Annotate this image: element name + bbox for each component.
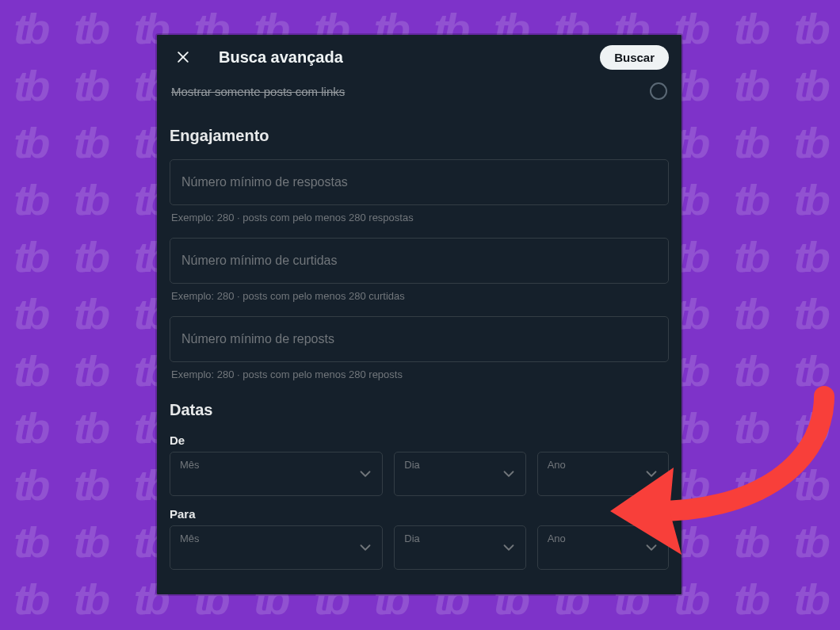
filter-show-links-label: Mostrar somente posts com links bbox=[171, 85, 345, 98]
chevron-down-icon bbox=[500, 539, 517, 556]
chevron-down-icon bbox=[500, 465, 517, 483]
from-year-select[interactable]: Ano bbox=[537, 452, 669, 496]
from-date-row: Mês Dia Ano bbox=[170, 452, 669, 496]
select-label: Mês bbox=[180, 533, 200, 544]
to-date-row: Mês Dia Ano bbox=[170, 525, 669, 570]
min-likes-input[interactable] bbox=[170, 238, 669, 284]
chevron-down-icon bbox=[357, 465, 374, 483]
from-label: De bbox=[170, 433, 669, 447]
filter-show-links-row[interactable]: Mostrar somente posts com links bbox=[170, 79, 669, 106]
close-icon bbox=[175, 49, 191, 65]
from-month-select[interactable]: Mês bbox=[170, 452, 383, 496]
select-label: Dia bbox=[404, 459, 420, 471]
min-replies-input[interactable] bbox=[170, 159, 669, 205]
search-button[interactable]: Buscar bbox=[600, 45, 669, 70]
select-label: Dia bbox=[404, 533, 420, 544]
select-label: Ano bbox=[548, 459, 566, 471]
select-label: Ano bbox=[548, 533, 566, 544]
close-button[interactable] bbox=[170, 44, 197, 71]
modal-header: Busca avançada Buscar bbox=[157, 35, 682, 79]
to-year-select[interactable]: Ano bbox=[537, 525, 669, 570]
min-likes-hint: Exemplo: 280 · posts com pelo menos 280 … bbox=[171, 290, 667, 302]
advanced-search-modal: Busca avançada Buscar Mostrar somente po… bbox=[157, 35, 682, 594]
to-month-select[interactable]: Mês bbox=[170, 525, 383, 570]
chevron-down-icon bbox=[357, 539, 374, 556]
min-reposts-input[interactable] bbox=[170, 316, 669, 362]
min-reposts-hint: Exemplo: 280 · posts com pelo menos 280 … bbox=[171, 368, 667, 380]
from-day-select[interactable]: Dia bbox=[394, 452, 525, 496]
to-label: Para bbox=[170, 507, 669, 521]
modal-content[interactable]: Mostrar somente posts com links Engajame… bbox=[157, 79, 682, 594]
min-replies-hint: Exemplo: 280 · posts com pelo menos 280 … bbox=[171, 212, 667, 223]
engagement-heading: Engajamento bbox=[170, 127, 669, 145]
select-label: Mês bbox=[180, 459, 200, 471]
radio-empty-icon[interactable] bbox=[650, 82, 667, 100]
to-day-select[interactable]: Dia bbox=[394, 525, 525, 570]
chevron-down-icon bbox=[643, 539, 660, 556]
dates-heading: Datas bbox=[170, 401, 669, 419]
modal-title: Busca avançada bbox=[219, 48, 578, 67]
chevron-down-icon bbox=[643, 465, 660, 483]
